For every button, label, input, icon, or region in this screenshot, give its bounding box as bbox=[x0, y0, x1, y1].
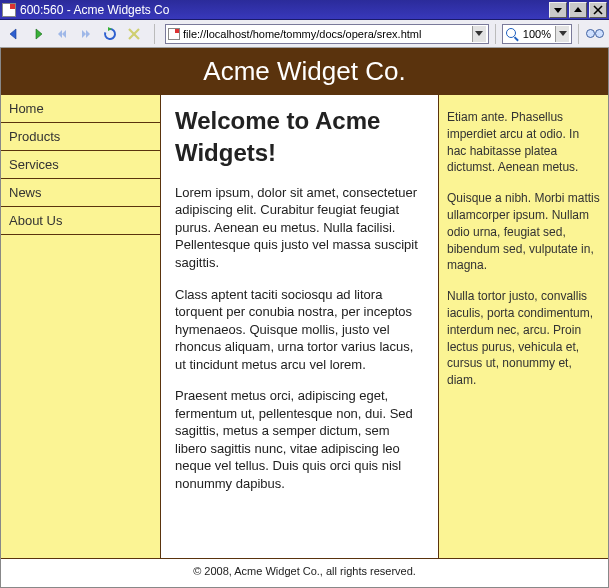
page-header: Acme Widget Co. bbox=[1, 48, 608, 95]
nav-home[interactable]: Home bbox=[1, 95, 160, 123]
main-heading: Welcome to Acme Widgets! bbox=[175, 105, 424, 170]
window-title: 600:560 - Acme Widgets Co bbox=[20, 3, 547, 17]
aside: Etiam ante. Phasellus imperdiet arcu at … bbox=[438, 95, 608, 558]
url-field[interactable]: file://localhost/home/tommy/docs/opera/s… bbox=[165, 24, 489, 44]
toolbar: file://localhost/home/tommy/docs/opera/s… bbox=[0, 20, 609, 48]
find-button[interactable] bbox=[585, 24, 605, 44]
rewind-button[interactable] bbox=[52, 24, 72, 44]
main-para-2: Class aptent taciti sociosqu ad litora t… bbox=[175, 286, 424, 374]
url-dropdown-icon[interactable] bbox=[472, 26, 486, 42]
document-icon bbox=[168, 28, 180, 40]
svg-marker-6 bbox=[58, 30, 62, 38]
magnifier-icon bbox=[505, 27, 519, 41]
svg-marker-9 bbox=[86, 30, 90, 38]
titlebar: 600:560 - Acme Widgets Co bbox=[0, 0, 609, 20]
svg-marker-1 bbox=[574, 7, 582, 12]
svg-marker-5 bbox=[36, 29, 42, 39]
nav-services[interactable]: Services bbox=[1, 151, 160, 179]
fastfwd-button[interactable] bbox=[76, 24, 96, 44]
svg-marker-4 bbox=[10, 29, 16, 39]
svg-marker-7 bbox=[62, 30, 66, 38]
svg-marker-10 bbox=[108, 27, 112, 31]
aside-para-1: Etiam ante. Phasellus imperdiet arcu at … bbox=[447, 109, 600, 176]
aside-para-3: Nulla tortor justo, convallis iaculis, p… bbox=[447, 288, 600, 389]
binoculars-icon bbox=[585, 26, 605, 42]
maximize-button[interactable] bbox=[569, 2, 587, 18]
reload-button[interactable] bbox=[100, 24, 120, 44]
main-content: Welcome to Acme Widgets! Lorem ipsum, do… bbox=[161, 95, 438, 558]
nav-products[interactable]: Products bbox=[1, 123, 160, 151]
forward-button[interactable] bbox=[28, 24, 48, 44]
minimize-button[interactable] bbox=[549, 2, 567, 18]
svg-marker-8 bbox=[82, 30, 86, 38]
back-button[interactable] bbox=[4, 24, 24, 44]
viewport: Acme Widget Co. Home Products Services N… bbox=[0, 48, 609, 588]
close-button[interactable] bbox=[589, 2, 607, 18]
nav-news[interactable]: News bbox=[1, 179, 160, 207]
main-para-3: Praesent metus orci, adipiscing eget, fe… bbox=[175, 387, 424, 492]
svg-marker-0 bbox=[554, 8, 562, 13]
nav-about[interactable]: About Us bbox=[1, 207, 160, 235]
main-para-1: Lorem ipsum, dolor sit amet, consectetue… bbox=[175, 184, 424, 272]
footer-text: © 2008, Acme Widget Co., all rights rese… bbox=[1, 559, 608, 587]
stop-button[interactable] bbox=[124, 24, 144, 44]
svg-marker-13 bbox=[475, 31, 483, 36]
zoom-field[interactable]: 100% bbox=[502, 24, 572, 44]
zoom-dropdown-icon[interactable] bbox=[555, 26, 569, 42]
sidebar: Home Products Services News About Us bbox=[1, 95, 161, 558]
aside-para-2: Quisque a nibh. Morbi mattis ullamcorper… bbox=[447, 190, 600, 274]
zoom-value: 100% bbox=[519, 28, 555, 40]
url-text: file://localhost/home/tommy/docs/opera/s… bbox=[183, 28, 472, 40]
svg-marker-14 bbox=[559, 31, 567, 36]
favicon-icon bbox=[2, 3, 16, 17]
